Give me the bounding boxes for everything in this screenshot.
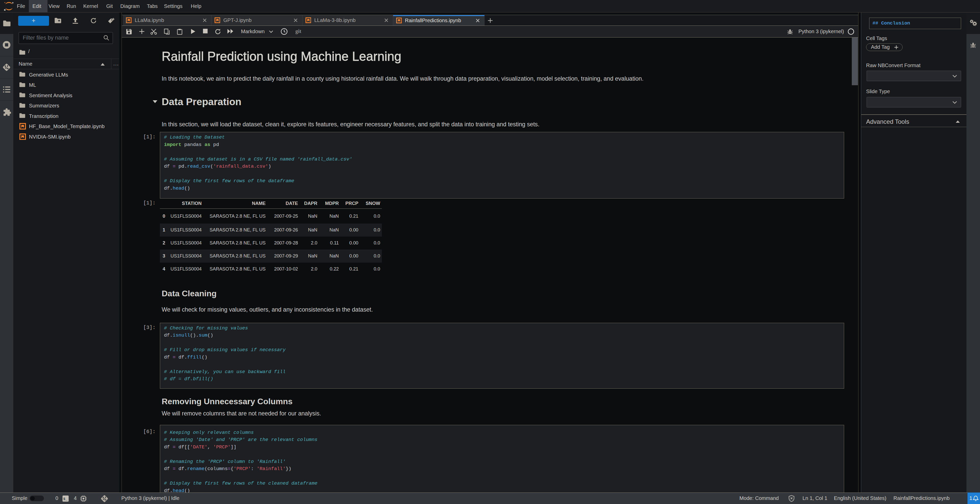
svg-text:$_: $_ — [63, 497, 68, 501]
